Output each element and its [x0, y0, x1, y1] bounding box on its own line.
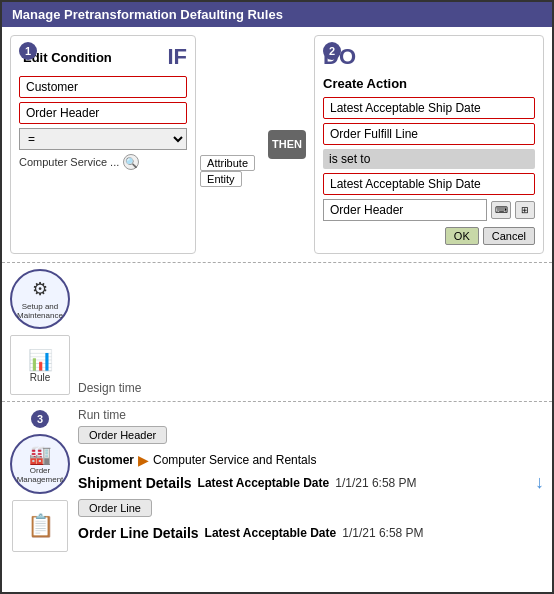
- if-step-badge: 1: [19, 42, 37, 60]
- date-value-2: 1/1/21 6:58 PM: [342, 526, 423, 540]
- order-line-row: Order Line Details Latest Acceptable Dat…: [78, 525, 544, 541]
- do-step-badge: 2: [323, 42, 341, 60]
- if-panel: 1 Edit Condition IF Customer Order Heade…: [10, 35, 196, 254]
- design-runtime: Design time: [78, 269, 544, 395]
- search-text: Computer Service ...: [19, 156, 119, 168]
- main-window: Manage Pretransformation Defaulting Rule…: [0, 0, 554, 594]
- expand-icon-btn[interactable]: ⊞: [515, 201, 535, 219]
- setup-maintenance-icon[interactable]: ⚙ Setup and Maintenance: [10, 269, 70, 329]
- order-mgmt-icon: 🏭: [29, 444, 51, 466]
- ok-button[interactable]: OK: [445, 227, 479, 245]
- order-line-button[interactable]: Order Line: [78, 499, 152, 517]
- shipment-details-label: Shipment Details: [78, 475, 192, 491]
- runtime-details: Run time Order Header Customer ▶ Compute…: [78, 408, 544, 541]
- then-circle: THEN: [268, 130, 306, 159]
- attribute-label: Attribute: [207, 157, 248, 169]
- middle-section: ⚙ Setup and Maintenance 📊 Rule Design ti…: [2, 263, 552, 402]
- order-management-icon[interactable]: 🏭 Order Management: [10, 434, 70, 494]
- customer-field-label: Customer: [78, 453, 134, 467]
- customer-value: Computer Service and Rentals: [153, 453, 316, 467]
- rule-chart-icon: 📊: [28, 348, 53, 372]
- bottom-section: 3 🏭 Order Management 📋 Run time Order He…: [2, 402, 552, 592]
- design-time-label: Design time: [78, 381, 544, 395]
- entity-label-box: Entity: [200, 171, 242, 187]
- window-title: Manage Pretransformation Defaulting Rule…: [12, 7, 283, 22]
- create-action-title: Create Action: [323, 76, 535, 91]
- do-panel: DO 2 Create Action Latest Acceptable Shi…: [314, 35, 544, 254]
- latest-date-label1: Latest Acceptable Date: [198, 476, 330, 490]
- equals-row: =: [19, 128, 187, 150]
- do-second-attribute-input[interactable]: Latest Acceptable Ship Date: [323, 173, 535, 195]
- if-label: IF: [167, 44, 187, 70]
- latest-date-label2: Latest Acceptable Date: [205, 526, 337, 540]
- shipment-row: Shipment Details Latest Acceptable Date …: [78, 472, 544, 493]
- keyboard-icon-btn[interactable]: ⌨: [491, 201, 511, 219]
- is-set-to-label: is set to: [323, 149, 535, 169]
- rule-box[interactable]: 📊 Rule: [10, 335, 70, 395]
- title-bar: Manage Pretransformation Defaulting Rule…: [2, 2, 552, 27]
- content-area: 1 Edit Condition IF Customer Order Heade…: [2, 27, 552, 592]
- search-row: Computer Service ... 🔍: [19, 154, 187, 170]
- date-value-1: 1/1/21 6:58 PM: [335, 476, 416, 490]
- step3-badge: 3: [31, 410, 49, 428]
- customer-row: Customer ▶ Computer Service and Rentals: [78, 452, 544, 468]
- attribute-label-box: Attribute: [200, 155, 255, 171]
- order-header-input[interactable]: Order Header: [19, 102, 187, 124]
- down-arrow-icon: ↓: [535, 472, 544, 493]
- do-entity-input[interactable]: Order Fulfill Line: [323, 123, 535, 145]
- then-bubble: THEN: [268, 130, 306, 159]
- customer-arrow-icon: ▶: [138, 452, 149, 468]
- customer-input[interactable]: Customer: [19, 76, 187, 98]
- gear-icon: ⚙: [32, 278, 48, 300]
- sales-order-icon: 📋: [27, 513, 54, 539]
- top-section: 1 Edit Condition IF Customer Order Heade…: [2, 27, 552, 263]
- do-attribute-input[interactable]: Latest Acceptable Ship Date: [323, 97, 535, 119]
- equals-select[interactable]: =: [19, 128, 187, 150]
- run-time-label: Run time: [78, 408, 544, 422]
- do-order-header-row: ⌨ ⊞: [323, 199, 535, 221]
- order-header-button[interactable]: Order Header: [78, 426, 167, 444]
- order-line-details-label: Order Line Details: [78, 525, 199, 541]
- search-icon[interactable]: 🔍: [123, 154, 139, 170]
- sales-order-box[interactable]: 📋: [12, 500, 68, 552]
- sidebar-icons: ⚙ Setup and Maintenance 📊 Rule: [10, 269, 70, 395]
- entity-label: Entity: [207, 173, 235, 185]
- cancel-button[interactable]: Cancel: [483, 227, 535, 245]
- do-order-header-input[interactable]: [323, 199, 487, 221]
- ok-cancel-row: OK Cancel: [323, 227, 535, 245]
